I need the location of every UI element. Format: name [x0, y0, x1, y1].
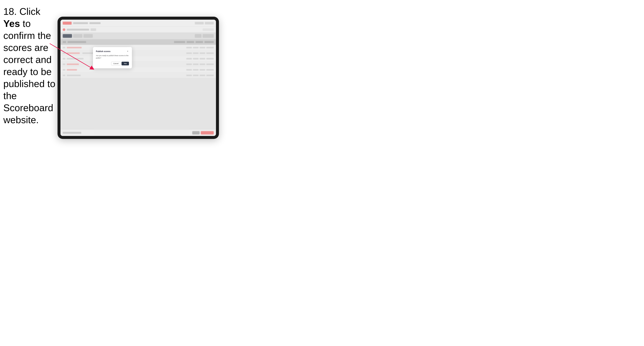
dialog-overlay: Publish scores × Are you ready to publis…: [60, 20, 216, 136]
instruction-prefix: Click: [17, 6, 40, 17]
dialog-close-button[interactable]: ×: [126, 50, 129, 53]
instruction-suffix: to confirm the scores are correct and re…: [3, 18, 55, 125]
yes-button[interactable]: Yes: [122, 62, 129, 65]
tablet-screen: Publish scores × Are you ready to publis…: [60, 20, 216, 136]
tablet-device: Publish scores × Are you ready to publis…: [58, 17, 219, 139]
step-number: 18.: [3, 6, 17, 17]
instruction-text: 18. Click Yes to confirm the scores are …: [3, 5, 57, 126]
dialog-body-text: Are you ready to publish these scores to…: [96, 54, 129, 59]
dialog-header: Publish scores ×: [96, 50, 129, 53]
publish-scores-dialog: Publish scores × Are you ready to publis…: [93, 47, 132, 68]
dialog-actions: Cancel Yes: [96, 62, 129, 65]
dialog-title: Publish scores: [96, 50, 110, 52]
cancel-button[interactable]: Cancel: [111, 62, 120, 65]
bold-yes: Yes: [3, 18, 20, 29]
